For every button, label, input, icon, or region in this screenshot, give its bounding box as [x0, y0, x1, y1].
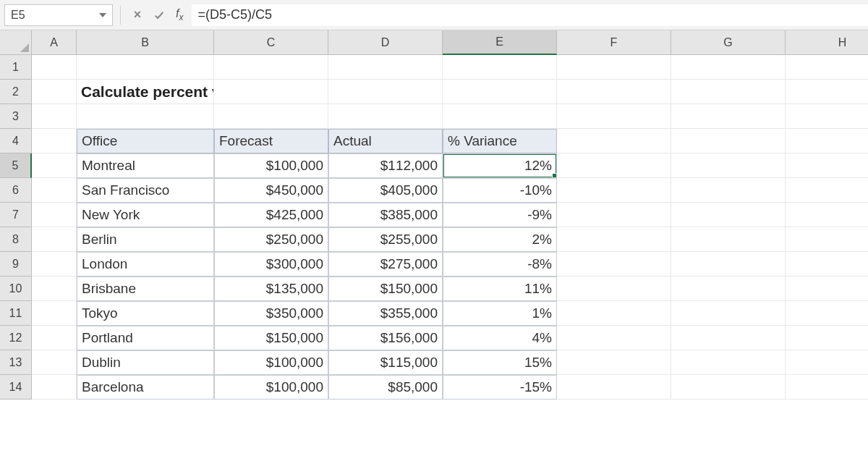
cell-A13[interactable]: [32, 350, 77, 375]
data-actual-4[interactable]: $275,000: [328, 252, 443, 276]
cell-B3[interactable]: [77, 104, 214, 129]
cell-G12[interactable]: [671, 326, 786, 350]
data-office-9[interactable]: Barcelona: [77, 375, 214, 400]
data-forecast-1[interactable]: $450,000: [214, 178, 328, 203]
col-head-B[interactable]: B: [77, 30, 214, 55]
row-head-5[interactable]: 5: [0, 153, 32, 178]
header-variance[interactable]: % Variance: [443, 129, 557, 153]
row-head-14[interactable]: 14: [0, 375, 32, 400]
cell-A1[interactable]: [32, 55, 77, 80]
cell-G1[interactable]: [671, 55, 786, 80]
data-forecast-0[interactable]: $100,000: [214, 153, 328, 178]
cell-D3[interactable]: [328, 104, 443, 129]
spreadsheet-grid[interactable]: ABCDEFGH12Calculate percent variance34Of…: [0, 30, 868, 400]
data-variance-7[interactable]: 4%: [443, 326, 557, 350]
cell-H9[interactable]: [786, 252, 868, 276]
data-actual-6[interactable]: $355,000: [328, 301, 443, 326]
cell-H14[interactable]: [786, 375, 868, 400]
formula-input[interactable]: [192, 4, 868, 26]
cell-E2[interactable]: [443, 80, 557, 104]
cell-E3[interactable]: [443, 104, 557, 129]
data-office-2[interactable]: New York: [77, 203, 214, 227]
data-actual-0[interactable]: $112,000: [328, 153, 443, 178]
data-forecast-3[interactable]: $250,000: [214, 227, 328, 252]
select-all-corner[interactable]: [0, 30, 32, 55]
data-actual-8[interactable]: $115,000: [328, 350, 443, 375]
cell-F11[interactable]: [557, 301, 671, 326]
enter-icon[interactable]: [150, 6, 169, 25]
cell-F14[interactable]: [557, 375, 671, 400]
data-office-6[interactable]: Tokyo: [77, 301, 214, 326]
data-office-3[interactable]: Berlin: [77, 227, 214, 252]
cell-A11[interactable]: [32, 301, 77, 326]
cell-F9[interactable]: [557, 252, 671, 276]
cell-F1[interactable]: [557, 55, 671, 80]
cell-G13[interactable]: [671, 350, 786, 375]
cell-C1[interactable]: [214, 55, 328, 80]
cell-H5[interactable]: [786, 153, 868, 178]
data-office-0[interactable]: Montreal: [77, 153, 214, 178]
data-actual-5[interactable]: $150,000: [328, 276, 443, 301]
cell-F6[interactable]: [557, 178, 671, 203]
page-title[interactable]: Calculate percent variance: [77, 80, 214, 104]
header-forecast[interactable]: Forecast: [214, 129, 328, 153]
cell-A10[interactable]: [32, 276, 77, 301]
chevron-down-icon[interactable]: [99, 13, 106, 17]
row-head-8[interactable]: 8: [0, 227, 32, 252]
cell-F12[interactable]: [557, 326, 671, 350]
cell-G6[interactable]: [671, 178, 786, 203]
data-variance-1[interactable]: -10%: [443, 178, 557, 203]
cell-F13[interactable]: [557, 350, 671, 375]
data-actual-9[interactable]: $85,000: [328, 375, 443, 400]
data-actual-2[interactable]: $385,000: [328, 203, 443, 227]
data-actual-7[interactable]: $156,000: [328, 326, 443, 350]
data-office-4[interactable]: London: [77, 252, 214, 276]
cell-A12[interactable]: [32, 326, 77, 350]
data-office-1[interactable]: San Francisco: [77, 178, 214, 203]
cell-F7[interactable]: [557, 203, 671, 227]
cell-H6[interactable]: [786, 178, 868, 203]
active-cell[interactable]: 12%: [443, 153, 557, 178]
cell-H2[interactable]: [786, 80, 868, 104]
cell-A9[interactable]: [32, 252, 77, 276]
cell-C2[interactable]: [214, 80, 328, 104]
data-actual-3[interactable]: $255,000: [328, 227, 443, 252]
row-head-6[interactable]: 6: [0, 178, 32, 203]
row-head-11[interactable]: 11: [0, 301, 32, 326]
data-variance-3[interactable]: 2%: [443, 227, 557, 252]
data-actual-1[interactable]: $405,000: [328, 178, 443, 203]
data-office-5[interactable]: Brisbane: [77, 276, 214, 301]
cell-A6[interactable]: [32, 178, 77, 203]
data-forecast-6[interactable]: $350,000: [214, 301, 328, 326]
cell-G8[interactable]: [671, 227, 786, 252]
cell-H7[interactable]: [786, 203, 868, 227]
col-head-G[interactable]: G: [671, 30, 786, 55]
cell-D1[interactable]: [328, 55, 443, 80]
data-forecast-2[interactable]: $425,000: [214, 203, 328, 227]
header-office[interactable]: Office: [77, 129, 214, 153]
cell-H10[interactable]: [786, 276, 868, 301]
col-head-C[interactable]: C: [214, 30, 328, 55]
data-variance-2[interactable]: -9%: [443, 203, 557, 227]
row-head-3[interactable]: 3: [0, 104, 32, 129]
cell-H3[interactable]: [786, 104, 868, 129]
data-variance-8[interactable]: 15%: [443, 350, 557, 375]
data-variance-9[interactable]: -15%: [443, 375, 557, 400]
data-forecast-4[interactable]: $300,000: [214, 252, 328, 276]
data-office-8[interactable]: Dublin: [77, 350, 214, 375]
cell-H8[interactable]: [786, 227, 868, 252]
row-head-13[interactable]: 13: [0, 350, 32, 375]
col-head-H[interactable]: H: [786, 30, 868, 55]
row-head-10[interactable]: 10: [0, 276, 32, 301]
cell-F5[interactable]: [557, 153, 671, 178]
col-head-D[interactable]: D: [328, 30, 443, 55]
cell-H13[interactable]: [786, 350, 868, 375]
row-head-4[interactable]: 4: [0, 129, 32, 153]
col-head-E[interactable]: E: [443, 30, 557, 55]
cell-A7[interactable]: [32, 203, 77, 227]
data-forecast-8[interactable]: $100,000: [214, 350, 328, 375]
name-box[interactable]: E5: [4, 4, 113, 26]
cell-G4[interactable]: [671, 129, 786, 153]
row-head-9[interactable]: 9: [0, 252, 32, 276]
cell-A8[interactable]: [32, 227, 77, 252]
